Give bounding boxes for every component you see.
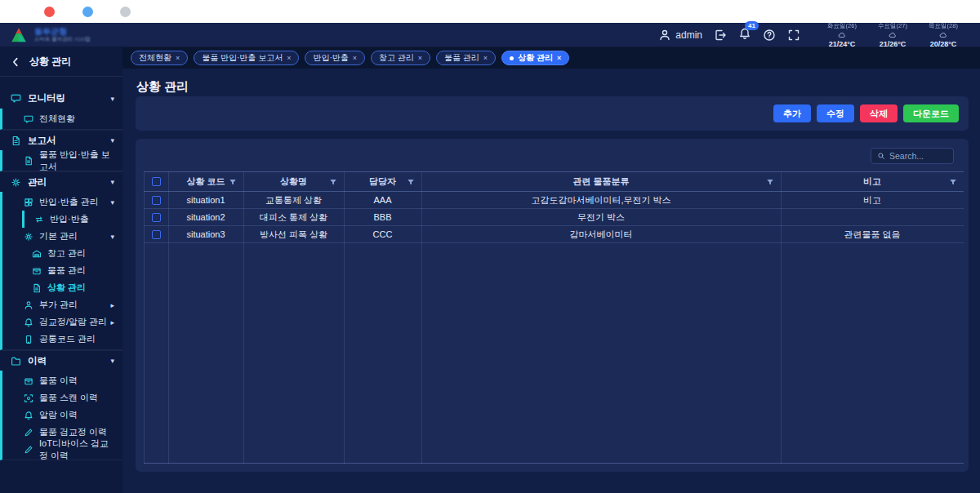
weather-widget: 화요일(26) 21/24°C 수요일(27) 21/26°C 목요일(28) … [817, 22, 969, 48]
chevron-down-icon: ▾ [110, 357, 114, 365]
sidebar-item-scan-history[interactable]: 물품 스캔 이력 [2, 389, 122, 406]
table-panel: 상황 코드 상황명 담당자 관련 물품분류 비고 situation1 교통통제… [136, 139, 969, 472]
row-checkbox[interactable] [152, 230, 161, 239]
notifications-button[interactable]: 41 [738, 27, 751, 43]
edit-button[interactable]: 수정 [817, 104, 854, 122]
cell-note: 관련물품 없음 [781, 226, 964, 242]
download-button[interactable]: 다운로드 [903, 104, 959, 122]
tab-label: 반입·반출 [313, 52, 348, 64]
filter-icon[interactable] [229, 178, 237, 186]
filter-icon[interactable] [329, 178, 337, 186]
window-minimize-button[interactable] [82, 7, 93, 17]
weather-day-label: 화요일(26) [827, 22, 857, 30]
sidebar-item-extra-management[interactable]: 부가 관리▸ [2, 296, 122, 313]
warehouse-icon [32, 249, 42, 259]
sidebar-section-monitoring[interactable]: 모니터링▾ [0, 88, 122, 109]
close-icon[interactable]: × [176, 54, 180, 62]
tab-label: 상황 관리 [518, 52, 553, 64]
mountain-logo-icon [10, 27, 28, 43]
box-icon [24, 376, 33, 386]
weather-day-3: 목요일(28) 20/28°C [918, 22, 969, 48]
sidebar-item-iot-calibration-history[interactable]: IoT디바이스 검교정 이력 [2, 441, 122, 458]
item-label: 공통코드 관리 [39, 333, 96, 345]
table-row[interactable]: situation1 교통통제 상황 AAA 고감도감마서베이미터,무전기 박스… [144, 192, 964, 209]
sidebar-section-reports[interactable]: 보고서▾ [0, 130, 122, 150]
tab-inout-report[interactable]: 물품 반입·반출 보고서× [194, 51, 299, 65]
delete-button[interactable]: 삭제 [860, 104, 898, 122]
window-zoom-button[interactable] [120, 7, 131, 17]
chevron-right-icon: ▸ [110, 318, 114, 326]
sidebar-item-item-management[interactable]: 물품 관리 [22, 262, 122, 279]
sidebar-item-situation-management[interactable]: 상황 관리 [22, 279, 122, 296]
table-search[interactable] [871, 148, 954, 164]
filter-icon[interactable] [407, 178, 415, 186]
app-header: 동두군청 스마트 물자관리 시스템 admin 41 화요일(26) 21/24… [0, 23, 980, 47]
item-label: 전체현황 [39, 113, 75, 125]
document-icon [32, 283, 42, 293]
logo-title: 동두군청 [34, 27, 91, 36]
sidebar-item-inout-management[interactable]: 반입·반출 관리▾ [2, 193, 122, 211]
swap-arrows-icon [34, 215, 44, 224]
cell-code: situation2 [168, 209, 243, 225]
user-menu[interactable]: admin [658, 29, 702, 42]
chat-icon [24, 114, 33, 124]
sidebar-item-basic-management[interactable]: 기본 관리▾ [2, 228, 122, 245]
sidebar-item-warehouse-management[interactable]: 창고 관리 [22, 245, 122, 262]
sidebar-item-overall-status[interactable]: 전체현황 [2, 110, 122, 127]
item-label: IoT디바이스 검교정 이력 [39, 437, 114, 462]
filter-icon[interactable] [949, 178, 957, 186]
select-all-checkbox[interactable] [152, 177, 161, 186]
sidebar-current-page: 상황 관리 [29, 55, 71, 69]
item-label: 알람 이력 [39, 409, 78, 421]
tab-inout[interactable]: 반입·반출× [305, 51, 365, 65]
filter-icon[interactable] [766, 178, 774, 186]
close-icon[interactable]: × [483, 54, 488, 62]
tab-label: 물품 관리 [444, 52, 479, 64]
tab-warehouse-management[interactable]: 창고 관리× [371, 51, 430, 65]
sidebar-item-item-history[interactable]: 물품 이력 [2, 372, 122, 389]
table-row[interactable]: situation3 방사선 피폭 상황 CCC 감마서베이미터 관련물품 없음 [144, 226, 964, 243]
tab-item-management[interactable]: 물품 관리× [436, 51, 496, 65]
item-label: 기본 관리 [39, 230, 78, 242]
sidebar-item-common-code-management[interactable]: 공통코드 관리 [2, 331, 122, 348]
close-icon[interactable]: × [557, 54, 561, 62]
sidebar-section-history[interactable]: 이력▾ [0, 350, 122, 371]
window-close-button[interactable] [44, 7, 55, 17]
weather-day-1: 화요일(26) 21/24°C [817, 22, 867, 48]
close-icon[interactable]: × [418, 54, 422, 62]
weather-day-label: 수요일(27) [878, 22, 907, 30]
search-input[interactable] [889, 151, 947, 161]
logo-subtitle: 스마트 물자관리 시스템 [34, 36, 91, 42]
bell-icon [24, 318, 33, 327]
table-header-row: 상황 코드 상황명 담당자 관련 물품분류 비고 [144, 171, 964, 192]
close-icon[interactable]: × [287, 54, 291, 62]
row-checkbox[interactable] [152, 196, 161, 205]
cell-note: 비고 [781, 192, 964, 208]
table-row[interactable]: situation2 대피소 통제 상황 BBB 무전기 박스 [144, 209, 964, 226]
chevron-down-icon: ▾ [110, 198, 114, 207]
close-icon[interactable]: × [353, 54, 357, 62]
cloud-icon [888, 31, 898, 39]
fullscreen-icon[interactable] [787, 29, 800, 42]
sidebar-item-alarm-history[interactable]: 알람 이력 [2, 406, 122, 424]
tab-overall-status[interactable]: 전체현황× [131, 51, 188, 65]
sidebar-item-inout[interactable]: 반입·반출 [24, 211, 122, 228]
chevron-down-icon: ▾ [110, 178, 114, 186]
back-chevron-icon[interactable] [10, 56, 21, 68]
add-button[interactable]: 추가 [773, 104, 811, 122]
tab-situation-management[interactable]: 상황 관리× [501, 51, 569, 65]
item-label: 물품 관리 [47, 264, 86, 277]
sidebar-item-calibration-alarm-management[interactable]: 검교정/알람 관리▸ [2, 313, 122, 331]
sidebar-item-inout-report[interactable]: 물품 반입·반출 보고서 [2, 152, 122, 169]
document-icon [24, 156, 33, 166]
action-toolbar: 추가 수정 삭제 다운로드 [136, 96, 969, 131]
logout-icon[interactable] [714, 29, 727, 42]
sidebar-section-management[interactable]: 관리▾ [0, 171, 122, 192]
row-checkbox[interactable] [152, 213, 161, 222]
item-label: 물품 반입·반출 보고서 [39, 149, 114, 173]
item-label: 반입·반출 관리 [39, 196, 99, 208]
cell-category: 감마서베이미터 [421, 226, 781, 242]
help-icon[interactable] [763, 29, 776, 42]
app-logo[interactable]: 동두군청 스마트 물자관리 시스템 [0, 27, 91, 43]
section-label: 관리 [28, 176, 47, 189]
